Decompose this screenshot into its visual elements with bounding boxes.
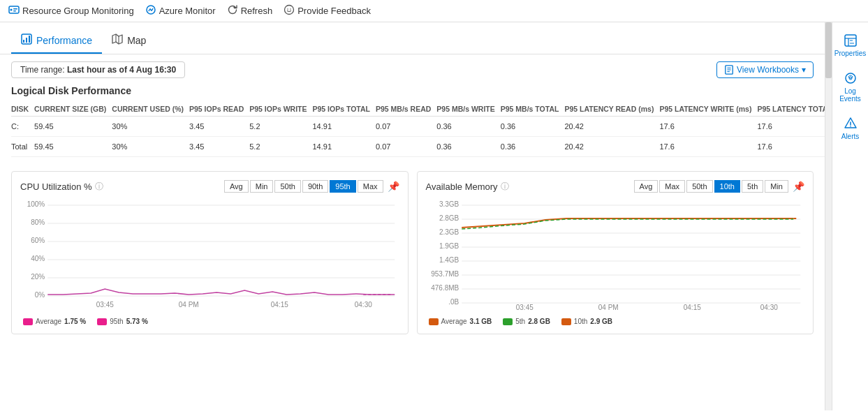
disk-cell-11: 17.6 bbox=[757, 137, 825, 157]
azure-monitor-icon bbox=[145, 4, 156, 17]
cpu-info-icon: ⓘ bbox=[95, 181, 103, 193]
time-range-button[interactable]: Time range: Last hour as of 4 Aug 16:30 bbox=[11, 61, 185, 78]
cpu-btn-avg[interactable]: Avg bbox=[224, 180, 249, 193]
cpu-btn-50th[interactable]: 50th bbox=[274, 180, 300, 193]
sidebar-alerts-button[interactable]: Alerts bbox=[832, 111, 868, 146]
cpu-chart-svg: 100% 80% 60% 40% 20% 0% 03:45 04 PM bbox=[20, 200, 399, 311]
disk-cell-1: 59.45 bbox=[34, 117, 112, 137]
cpu-btn-95th[interactable]: 95th bbox=[330, 180, 355, 193]
controls-row: Time range: Last hour as of 4 Aug 16:30 … bbox=[0, 54, 825, 85]
svg-text:03:45: 03:45 bbox=[96, 301, 114, 309]
col-p95-mbs-read: P95 MB/s READ bbox=[376, 102, 436, 117]
charts-row: CPU Utilization % ⓘ AvgMin50th90th95thMa… bbox=[0, 164, 825, 341]
svg-text:80%: 80% bbox=[31, 218, 45, 226]
svg-text:40%: 40% bbox=[31, 255, 45, 262]
svg-text:04:30: 04:30 bbox=[355, 301, 372, 309]
cpu-btn-max[interactable]: Max bbox=[358, 180, 383, 193]
col-p95-lat-read: P95 LATENCY READ (ms) bbox=[564, 102, 659, 117]
col-p95-iops-read: P95 IOPs READ bbox=[189, 102, 249, 117]
nav-resource-group[interactable]: Resource Group Monitoring bbox=[8, 4, 134, 17]
memory-5th-swatch bbox=[503, 318, 513, 325]
memory-btn-min[interactable]: Min bbox=[765, 180, 788, 193]
memory-btn-5th[interactable]: 5th bbox=[742, 180, 763, 193]
svg-text:04:30: 04:30 bbox=[760, 304, 777, 311]
memory-chart-header: Available Memory ⓘ AvgMax50th10th5thMin … bbox=[426, 180, 805, 193]
disk-cell-9: 20.42 bbox=[564, 137, 659, 157]
time-range-value: Last hour as of 4 Aug 16:30 bbox=[67, 65, 176, 75]
sidebar-properties-button[interactable]: Properties bbox=[832, 28, 868, 63]
scroll-thumb[interactable] bbox=[825, 22, 832, 78]
memory-pin-icon[interactable]: 📌 bbox=[793, 181, 804, 192]
nav-feedback[interactable]: Provide Feedback bbox=[284, 4, 371, 17]
nav-refresh[interactable]: Refresh bbox=[227, 4, 273, 17]
col-p95-lat-total: P95 LATENCY TOTAL (r... bbox=[757, 102, 825, 117]
memory-info-icon: ⓘ bbox=[501, 181, 509, 193]
memory-legend-avg: Average 3.1 GB bbox=[429, 318, 492, 325]
sidebar-log-events-button[interactable]: Log Events bbox=[832, 66, 868, 108]
disk-cell-6: 0.07 bbox=[376, 137, 436, 157]
content-area: Performance Map Time range: Last hour as… bbox=[0, 22, 825, 410]
memory-btn-avg[interactable]: Avg bbox=[634, 180, 659, 193]
memory-10th-swatch bbox=[561, 318, 571, 325]
cpu-avg-swatch bbox=[23, 318, 33, 325]
view-workbooks-button[interactable]: View Workbooks ▾ bbox=[716, 61, 814, 78]
col-p95-lat-write: P95 LATENCY WRITE (ms) bbox=[659, 102, 757, 117]
disk-table-header: DISK CURRENT SIZE (GB) CURRENT USED (%) … bbox=[11, 102, 825, 117]
memory-chart-title: Available Memory ⓘ bbox=[426, 181, 509, 193]
disk-cell-3: 3.45 bbox=[189, 117, 249, 137]
tab-map[interactable]: Map bbox=[102, 28, 156, 54]
svg-rect-10 bbox=[26, 38, 27, 43]
memory-chart-legend: Average 3.1 GB 5th 2.8 GB 10th 2.9 GB bbox=[426, 318, 805, 325]
cpu-chart-header: CPU Utilization % ⓘ AvgMin50th90th95thMa… bbox=[20, 180, 399, 193]
feedback-icon bbox=[284, 4, 295, 17]
svg-rect-2 bbox=[13, 8, 17, 10]
svg-rect-59 bbox=[850, 43, 854, 44]
disk-cell-1: 59.45 bbox=[34, 137, 112, 157]
alerts-icon bbox=[844, 117, 858, 131]
svg-text:60%: 60% bbox=[31, 237, 45, 244]
map-tab-label: Map bbox=[127, 35, 146, 46]
properties-icon bbox=[844, 34, 858, 47]
cpu-btn-min[interactable]: Min bbox=[250, 180, 274, 193]
svg-text:04 PM: 04 PM bbox=[598, 304, 618, 311]
disk-cell-7: 0.36 bbox=[436, 137, 500, 157]
cpu-legend-avg: Average 1.75 % bbox=[23, 318, 86, 325]
col-p95-mbs-total: P95 MB/s TOTAL bbox=[501, 102, 565, 117]
memory-avg-swatch bbox=[429, 318, 439, 325]
memory-btn-10th[interactable]: 10th bbox=[714, 180, 740, 193]
svg-text:.0B: .0B bbox=[448, 298, 459, 306]
disk-cell-0: Total bbox=[11, 137, 34, 157]
memory-btn-50th[interactable]: 50th bbox=[686, 180, 712, 193]
memory-chart-svg: 3.3GB 2.8GB 2.3GB 1.9GB 1.4GB 953.7MB 47… bbox=[426, 200, 805, 311]
disk-cell-3: 3.45 bbox=[189, 137, 249, 157]
svg-text:03:45: 03:45 bbox=[515, 304, 533, 311]
disk-cell-4: 5.2 bbox=[249, 137, 312, 157]
col-p95-iops-write: P95 IOPs WRITE bbox=[249, 102, 312, 117]
svg-text:0%: 0% bbox=[35, 291, 45, 299]
disk-cell-2: 30% bbox=[112, 137, 189, 157]
svg-text:20%: 20% bbox=[31, 273, 45, 281]
log-events-icon bbox=[844, 71, 858, 85]
scroll-track[interactable] bbox=[825, 22, 832, 410]
memory-chart-card: Available Memory ⓘ AvgMax50th10th5thMin … bbox=[417, 171, 814, 334]
cpu-pin-icon[interactable]: 📌 bbox=[388, 181, 399, 192]
memory-chart-controls: AvgMax50th10th5thMin 📌 bbox=[634, 180, 804, 193]
svg-text:953.7MB: 953.7MB bbox=[431, 270, 459, 278]
svg-point-63 bbox=[850, 126, 851, 127]
cpu-btn-90th[interactable]: 90th bbox=[302, 180, 328, 193]
col-current-size: CURRENT SIZE (GB) bbox=[34, 102, 112, 117]
svg-text:1.9GB: 1.9GB bbox=[439, 242, 459, 250]
right-sidebar: Properties Log Events Alerts bbox=[832, 22, 868, 410]
col-p95-mbs-write: P95 MB/s WRITE bbox=[436, 102, 500, 117]
cpu-95th-swatch bbox=[97, 318, 107, 325]
time-range-prefix: Time range: bbox=[20, 65, 65, 75]
performance-tab-label: Performance bbox=[36, 35, 92, 46]
disk-cell-2: 30% bbox=[112, 117, 189, 137]
svg-text:2.3GB: 2.3GB bbox=[439, 228, 459, 236]
tab-performance[interactable]: Performance bbox=[11, 28, 102, 54]
nav-azure-monitor[interactable]: Azure Monitor bbox=[145, 4, 216, 17]
svg-text:04:15: 04:15 bbox=[683, 304, 700, 311]
disk-cell-7: 0.36 bbox=[436, 117, 500, 137]
svg-marker-12 bbox=[112, 34, 122, 44]
memory-btn-max[interactable]: Max bbox=[659, 180, 685, 193]
